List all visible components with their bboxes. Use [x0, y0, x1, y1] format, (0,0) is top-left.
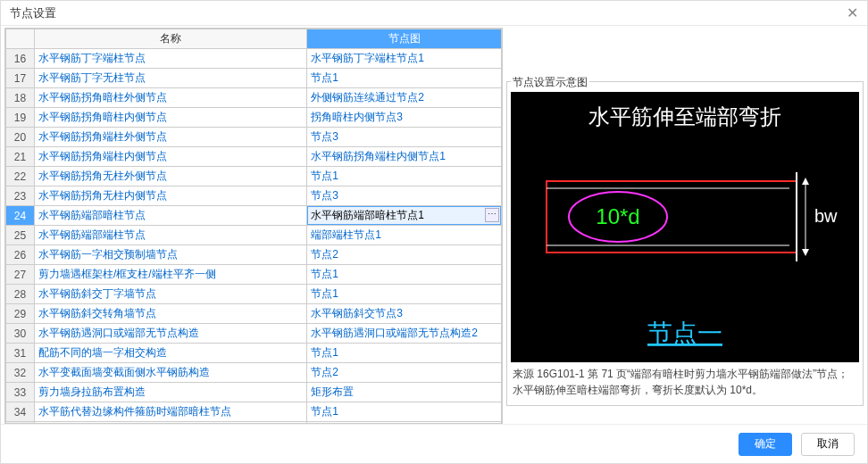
- cell-node-image[interactable]: 拐角暗柱内侧节点3: [307, 108, 502, 128]
- cell-name[interactable]: 水平钢筋拐角无柱外侧节点: [35, 167, 307, 186]
- node-table: 名称 节点图 16水平钢筋丁字端柱节点水平钢筋丁字端柱节点117水平钢筋丁字无柱…: [5, 29, 502, 424]
- row-number[interactable]: 25: [6, 226, 35, 245]
- cell-node-image[interactable]: 节点2: [307, 245, 502, 265]
- row-number[interactable]: 33: [6, 383, 35, 402]
- row-number[interactable]: 21: [6, 147, 35, 167]
- col-name[interactable]: 名称: [35, 29, 307, 49]
- preview-group-title: 节点设置示意图: [511, 75, 589, 90]
- row-number[interactable]: 17: [6, 69, 35, 88]
- row-number[interactable]: 20: [6, 128, 35, 147]
- row-number[interactable]: 31: [6, 344, 35, 363]
- cell-name[interactable]: 配筋不同的墙一字相交构造: [35, 344, 307, 363]
- cell-name[interactable]: 水平钢筋丁字端柱节点: [35, 49, 307, 69]
- diagram-formula: 10*d: [596, 204, 639, 228]
- cell-node-image[interactable]: 节点2: [307, 363, 502, 383]
- cell-name[interactable]: 剪力墙遇框架柱/框支柱/端柱平齐一侧: [35, 265, 307, 285]
- row-number[interactable]: 19: [6, 108, 35, 128]
- row-number[interactable]: 18: [6, 88, 35, 108]
- row-number[interactable]: 23: [6, 186, 35, 206]
- cell-name[interactable]: 水平钢筋拐角暗柱外侧节点: [35, 88, 307, 108]
- close-icon[interactable]: ✕: [847, 4, 858, 21]
- row-number[interactable]: 26: [6, 245, 35, 265]
- cell-name[interactable]: 剪力墙身拉筋布置构造: [35, 383, 307, 402]
- row-number[interactable]: 24: [6, 206, 35, 226]
- cell-name[interactable]: 水平钢筋丁字无柱节点: [35, 69, 307, 88]
- row-number[interactable]: 30: [6, 324, 35, 344]
- cell-name[interactable]: 水平钢筋端部端柱节点: [35, 226, 307, 245]
- row-number[interactable]: 16: [6, 49, 35, 69]
- dialog-title: 节点设置: [10, 5, 56, 21]
- cell-node-image[interactable]: 矩形布置: [307, 383, 502, 402]
- cell-node-image[interactable]: 端部端柱节点1: [307, 226, 502, 245]
- cell-name[interactable]: 水平钢筋拐角端柱内侧节点: [35, 147, 307, 167]
- row-number[interactable]: 29: [6, 304, 35, 324]
- cell-node-image[interactable]: 节点1: [307, 69, 502, 88]
- cell-node-image[interactable]: 水平钢筋拐角端柱内侧节点1: [307, 147, 502, 167]
- cell-node-image[interactable]: 水平钢筋丁字端柱节点1: [307, 49, 502, 69]
- cell-name[interactable]: 水平钢筋一字相交预制墙节点: [35, 245, 307, 265]
- diagram-title: 水平筋伸至端部弯折: [588, 104, 781, 128]
- ellipsis-button[interactable]: ⋯: [485, 208, 499, 222]
- col-rownum: [6, 29, 35, 49]
- row-number[interactable]: 34: [6, 402, 35, 422]
- diagram-bw-label: bw: [814, 206, 838, 226]
- row-number[interactable]: 32: [6, 363, 35, 383]
- cell-node-image[interactable]: 节点3: [307, 186, 502, 206]
- row-number[interactable]: 22: [6, 167, 35, 186]
- preview-diagram: 水平筋伸至端部弯折 bw 10*d 节点一: [511, 92, 859, 362]
- cell-node-image[interactable]: 节点1: [307, 285, 502, 304]
- cancel-button[interactable]: 取消: [801, 433, 855, 456]
- cell-node-image[interactable]: 水平钢筋遇洞口或端部无节点构造2: [307, 324, 502, 344]
- preview-source-text: 来源 16G101-1 第 71 页“端部有暗柱时剪力墙水平钢筋端部做法”节点；…: [511, 362, 859, 402]
- cell-node-image[interactable]: 节点3: [307, 128, 502, 147]
- cell-name[interactable]: 水平筋代替边缘构件箍筋时端部暗柱节点: [35, 402, 307, 422]
- cell-node-image[interactable]: 节点1: [307, 402, 502, 422]
- ok-button[interactable]: 确定: [739, 433, 792, 456]
- diagram-node-label: 节点一: [647, 319, 722, 347]
- cell-name[interactable]: 水平钢筋遇洞口或端部无节点构造: [35, 324, 307, 344]
- row-number[interactable]: 27: [6, 265, 35, 285]
- cell-name[interactable]: 水平钢筋斜交丁字墙节点: [35, 285, 307, 304]
- cell-node-image[interactable]: 水平钢筋斜交节点3: [307, 304, 502, 324]
- cell-name[interactable]: 水平钢筋拐角暗柱内侧节点: [35, 108, 307, 128]
- cell-node-image[interactable]: 节点1: [307, 265, 502, 285]
- cell-node-image[interactable]: ⋯: [307, 206, 502, 226]
- cell-name[interactable]: 水平钢筋拐角端柱外侧节点: [35, 128, 307, 147]
- row-number[interactable]: 28: [6, 285, 35, 304]
- cell-name[interactable]: 水平钢筋斜交转角墙节点: [35, 304, 307, 324]
- cell-name[interactable]: 水平变截面墙变截面侧水平钢筋构造: [35, 363, 307, 383]
- cell-node-image[interactable]: 外侧钢筋连续通过节点2: [307, 88, 502, 108]
- node-image-input[interactable]: [307, 206, 501, 225]
- col-node-image[interactable]: 节点图: [307, 29, 502, 49]
- cell-node-image[interactable]: 节点1: [307, 344, 502, 363]
- cell-node-image[interactable]: 节点1: [307, 167, 502, 186]
- cell-name[interactable]: 水平钢筋端部暗柱节点: [35, 206, 307, 226]
- cell-name[interactable]: 水平钢筋拐角无柱内侧节点: [35, 186, 307, 206]
